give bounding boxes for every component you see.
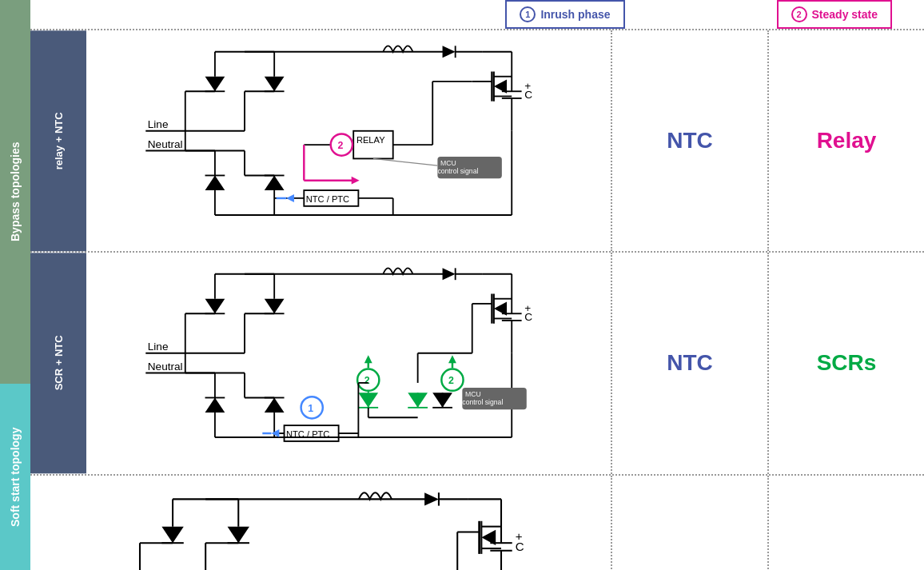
svg-text:2: 2 xyxy=(337,140,343,151)
svg-text:+: + xyxy=(524,302,531,314)
svg-text:1: 1 xyxy=(308,403,313,414)
soft-start-label: Soft start topology xyxy=(0,384,30,570)
header-row: 1 Inrush phase 2 Steady state xyxy=(30,0,924,30)
svg-text:MCU: MCU xyxy=(440,159,456,167)
steady-num: 2 xyxy=(791,6,807,22)
relay-ntc-right: NTC Relay xyxy=(612,30,924,251)
svg-line-60 xyxy=(373,158,437,165)
scr-ntc-label: SCR + NTC xyxy=(30,253,86,473)
svg-text:control signal: control signal xyxy=(437,167,478,175)
svg-marker-119 xyxy=(494,302,507,316)
inrush-phase-label: Inrush phase xyxy=(540,8,610,21)
svg-text:+: + xyxy=(516,529,523,543)
scr-ntc-steady-panel: SCRs xyxy=(769,253,924,473)
scr-ntc-inrush-panel: NTC xyxy=(612,253,769,473)
svg-marker-69 xyxy=(286,194,294,202)
rows-container: relay + NTC xyxy=(30,30,924,570)
svg-text:RELAY: RELAY xyxy=(356,135,385,145)
scr-ntc-row: SCR + NTC xyxy=(30,253,924,475)
soft-start-inrush-panel: SCRs soft start xyxy=(612,476,769,570)
svg-marker-147 xyxy=(448,356,456,364)
svg-text:Neutral: Neutral xyxy=(148,361,183,373)
inrush-phase-badge: 1 Inrush phase xyxy=(505,0,624,29)
inrush-num: 1 xyxy=(520,6,536,22)
scr-ntc-steady-text: SCRs xyxy=(817,350,877,376)
svg-marker-63 xyxy=(352,177,360,185)
scr-ntc-inrush-text: NTC xyxy=(667,350,713,376)
scr-ntc-right: NTC SCRs xyxy=(612,253,924,473)
svg-marker-31 xyxy=(443,46,456,58)
svg-text:Line: Line xyxy=(148,118,169,130)
relay-ntc-inrush-text: NTC xyxy=(667,128,713,153)
soft-start-right: SCRs soft start SCRs xyxy=(612,476,924,570)
main-container: Bypass topologies Soft start topology 1 … xyxy=(0,0,924,570)
relay-ntc-inrush-panel: NTC xyxy=(612,30,769,251)
svg-text:control signal: control signal xyxy=(462,398,503,406)
steady-state-label: Steady state xyxy=(812,8,878,21)
svg-marker-205 xyxy=(481,529,496,544)
soft-start-steady-panel: SCRs xyxy=(769,476,924,570)
content-area: 1 Inrush phase 2 Steady state relay + NT… xyxy=(30,0,924,570)
svg-marker-188 xyxy=(424,492,439,505)
relay-ntc-row: relay + NTC xyxy=(30,30,924,253)
svg-text:NTC / PTC: NTC / PTC xyxy=(286,429,329,439)
relay-ntc-steady-panel: Relay xyxy=(769,30,924,251)
relay-ntc-circuit: Line Neutral xyxy=(86,30,612,251)
svg-text:2: 2 xyxy=(448,375,454,386)
soft-start-row: Line Neutral xyxy=(30,476,924,570)
svg-marker-145 xyxy=(364,356,372,364)
relay-ntc-label: relay + NTC xyxy=(30,30,86,251)
svg-text:2: 2 xyxy=(364,375,370,386)
svg-text:Neutral: Neutral xyxy=(148,138,183,150)
svg-text:Line: Line xyxy=(148,341,169,353)
svg-text:MCU: MCU xyxy=(465,391,481,399)
steady-state-badge: 2 Steady state xyxy=(777,0,892,29)
svg-text:+: + xyxy=(524,80,531,92)
svg-text:NTC / PTC: NTC / PTC xyxy=(306,194,349,204)
bypass-label: Bypass topologies xyxy=(0,0,30,384)
svg-marker-127 xyxy=(271,429,279,437)
soft-start-circuit: Line Neutral xyxy=(30,476,612,570)
svg-marker-48 xyxy=(494,79,507,93)
relay-ntc-steady-text: Relay xyxy=(817,128,877,153)
scr-ntc-circuit: Line Neutral xyxy=(86,253,612,473)
svg-marker-102 xyxy=(443,269,456,281)
left-label-container: Bypass topologies Soft start topology xyxy=(0,0,30,570)
